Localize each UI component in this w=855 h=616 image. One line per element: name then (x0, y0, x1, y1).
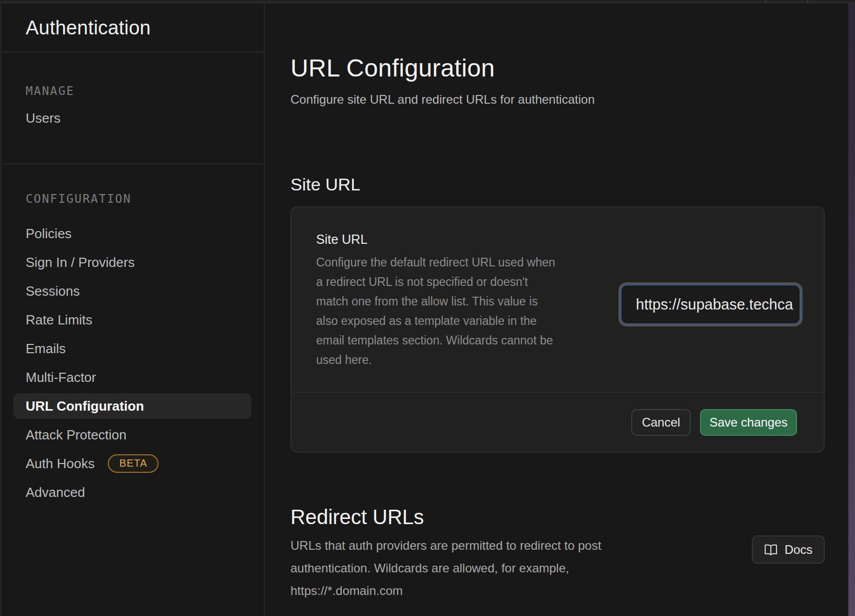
site-url-input[interactable] (620, 284, 801, 324)
site-url-field-label: Site URL (316, 232, 367, 247)
sidebar-item-multi-factor[interactable]: Multi-Factor (13, 364, 251, 390)
sidebar-divider (2, 163, 265, 164)
tab-divider (765, 0, 766, 3)
site-url-field-description: Configure the default redirect URL used … (316, 253, 557, 370)
right-edge-panel-strip (848, 3, 855, 616)
save-changes-button[interactable]: Save changes (700, 409, 797, 436)
docs-button[interactable]: Docs (752, 535, 825, 564)
site-url-card: Site URL Configure the default redirect … (290, 206, 825, 453)
section-label-manage: MANAGE (26, 84, 74, 98)
auth-sidebar: Authentication MANAGE Users CONFIGURATIO… (0, 4, 265, 616)
beta-badge: BETA (108, 454, 159, 473)
sidebar-header: Authentication (2, 4, 264, 52)
sidebar-item-sign-in-providers[interactable]: Sign In / Providers (13, 249, 251, 275)
sidebar-item-auth-hooks[interactable]: Auth Hooks BETA (13, 451, 251, 476)
sidebar-item-rate-limits[interactable]: Rate Limits (13, 307, 251, 333)
tab-divider (807, 0, 808, 3)
site-url-heading: Site URL (290, 175, 360, 195)
sidebar-item-policies[interactable]: Policies (13, 221, 251, 246)
browser-tabstrip-edge (0, 0, 855, 3)
sidebar-item-url-configuration[interactable]: URL Configuration (13, 393, 251, 419)
page-subtitle: Configure site URL and redirect URLs for… (290, 92, 595, 107)
sidebar-item-sessions[interactable]: Sessions (13, 278, 251, 304)
sidebar-item-users[interactable]: Users (13, 105, 251, 131)
sidebar-item-attack-protection[interactable]: Attack Protection (13, 422, 251, 448)
card-footer: Cancel Save changes (292, 392, 824, 452)
cancel-button[interactable]: Cancel (631, 409, 691, 436)
main-content: URL Configuration Configure site URL and… (266, 4, 848, 616)
sidebar-item-emails[interactable]: Emails (13, 336, 251, 361)
book-icon (764, 544, 778, 555)
app-window: Authentication MANAGE Users CONFIGURATIO… (0, 0, 855, 616)
page-title: URL Configuration (290, 54, 495, 82)
redirect-urls-description: URLs that auth providers are permitted t… (290, 534, 672, 602)
docs-button-label: Docs (785, 543, 813, 557)
sidebar-item-advanced[interactable]: Advanced (13, 479, 251, 505)
redirect-urls-heading: Redirect URLs (290, 506, 424, 529)
sidebar-title: Authentication (26, 17, 151, 39)
section-label-configuration: CONFIGURATION (26, 192, 131, 205)
